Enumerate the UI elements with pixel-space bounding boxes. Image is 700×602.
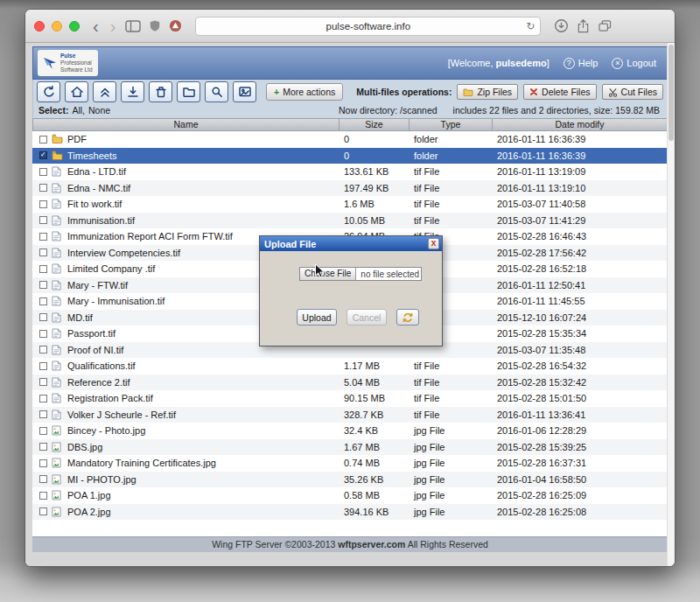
search-button[interactable] [205, 81, 228, 102]
row-checkbox[interactable] [39, 459, 47, 467]
delete-files-button[interactable]: Delete Files [523, 84, 596, 100]
table-row[interactable]: PDF 0 folder 2016-01-11 16:36:39 [32, 131, 668, 148]
row-checkbox[interactable] [39, 151, 47, 159]
scrollbar-thumb[interactable] [668, 45, 674, 141]
table-row[interactable]: Edna - LTD.tif 133.61 KB tif File 2016-0… [32, 164, 668, 180]
select-all-link[interactable]: All, [72, 105, 85, 116]
table-row[interactable]: Immunisation.tif 10.05 MB tif File 2015-… [32, 213, 668, 229]
window-minimize-button[interactable] [52, 21, 62, 32]
row-checkbox[interactable] [39, 330, 47, 338]
row-checkbox[interactable] [39, 216, 47, 224]
upload-options-button[interactable] [396, 309, 419, 326]
file-name[interactable]: Limited Company .tif [67, 263, 155, 274]
address-bar[interactable]: pulse-software.info ↻ [195, 17, 541, 36]
column-header-type[interactable]: Type [410, 119, 493, 130]
logout-link[interactable]: ×Logout [612, 58, 656, 69]
file-name[interactable]: Mandatory Training Certificates.jpg [67, 458, 216, 468]
row-checkbox[interactable] [39, 492, 47, 500]
window-close-button[interactable] [34, 21, 45, 32]
delete-button[interactable] [149, 81, 172, 102]
row-checkbox[interactable] [39, 281, 47, 289]
dialog-close-button[interactable]: x [428, 238, 439, 249]
more-actions-button[interactable]: +More actions [266, 83, 343, 101]
downloads-icon[interactable] [554, 18, 569, 33]
upload-submit-button[interactable]: Upload [297, 309, 337, 326]
file-name[interactable]: Proof of NI.tif [67, 345, 123, 355]
file-name[interactable]: Registration Pack.tif [67, 393, 153, 403]
table-row[interactable]: Volker J Scheurle - Ref.tif 328.7 KB tif… [32, 407, 668, 424]
row-checkbox[interactable] [39, 200, 47, 208]
table-row[interactable]: Bincey - Photo.jpg 32.4 KB jpg File 2016… [32, 423, 668, 439]
browser-back-icon[interactable]: ‹ [91, 18, 101, 34]
row-checkbox[interactable] [39, 395, 47, 402]
file-name[interactable]: Qualifications.tif [67, 360, 136, 371]
new-folder-button[interactable] [177, 81, 200, 102]
sidebar-toggle-icon[interactable] [125, 20, 141, 32]
tabs-overview-icon[interactable] [598, 19, 612, 32]
row-checkbox[interactable] [39, 362, 47, 370]
page-scrollbar[interactable] [667, 43, 675, 567]
cut-files-button[interactable]: Cut Files [602, 84, 663, 100]
file-name[interactable]: MD.tif [67, 312, 93, 323]
file-name[interactable]: Edna - NMC.tif [67, 183, 130, 193]
download-button[interactable] [121, 81, 144, 102]
row-checkbox[interactable] [39, 233, 47, 241]
table-row[interactable]: POA 2.jpg 394.16 KB jpg File 2015-02-28 … [32, 504, 668, 521]
preview-button[interactable] [233, 81, 256, 102]
table-row[interactable]: Edna - NMC.tif 197.49 KB tif File 2016-0… [32, 180, 668, 197]
table-row[interactable]: Mandatory Training Certificates.jpg 0.74… [32, 455, 668, 472]
row-checkbox[interactable] [39, 443, 47, 451]
home-button[interactable] [65, 81, 88, 102]
file-name[interactable]: Passport.tif [67, 328, 116, 339]
file-name[interactable]: Timesheets [67, 150, 116, 161]
row-checkbox[interactable] [39, 346, 47, 354]
window-zoom-button[interactable] [69, 21, 80, 32]
table-row[interactable]: DBS.jpg 1.67 MB jpg File 2015-02-28 15:3… [32, 439, 668, 456]
column-header-name[interactable]: Name [33, 119, 340, 130]
file-name[interactable]: Mary - Immunisation.tif [67, 296, 164, 306]
share-icon[interactable] [577, 18, 590, 33]
file-name[interactable]: POA 2.jpg [67, 507, 111, 517]
row-checkbox[interactable] [39, 427, 47, 435]
row-checkbox[interactable] [39, 136, 47, 144]
select-none-link[interactable]: None [88, 105, 110, 116]
refresh-button[interactable] [37, 81, 60, 102]
file-name[interactable]: Mary - FTW.tif [67, 280, 128, 290]
file-name[interactable]: Reference 2.tif [67, 377, 130, 388]
file-name[interactable]: Bincey - Photo.jpg [67, 425, 145, 436]
upload-dialog-titlebar[interactable]: Upload File x [260, 236, 442, 251]
row-checkbox[interactable] [39, 475, 47, 483]
row-checkbox[interactable] [39, 298, 47, 305]
file-name[interactable]: Fit to work.tif [67, 199, 122, 209]
adblock-extension-icon[interactable] [169, 19, 182, 32]
table-row[interactable]: Registration Pack.tif 90.15 MB tif File … [32, 390, 668, 407]
file-name[interactable]: Immunization Report ACI Form FTW.tif [67, 231, 233, 242]
row-checkbox[interactable] [39, 378, 47, 386]
column-header-date[interactable]: Date modify [493, 119, 667, 130]
row-checkbox[interactable] [39, 265, 47, 273]
table-row[interactable]: Fit to work.tif 1.6 MB tif File 2015-03-… [32, 196, 668, 213]
row-checkbox[interactable] [39, 410, 47, 418]
reload-icon[interactable]: ↻ [526, 20, 535, 32]
cancel-button[interactable]: Cancel [346, 309, 387, 326]
table-row[interactable]: MI - PHOTO.jpg 35.26 KB jpg File 2016-01… [32, 472, 668, 488]
file-name[interactable]: POA 1.jpg [67, 490, 111, 500]
zip-files-button[interactable]: Zip Files [457, 84, 518, 100]
choose-file-button[interactable]: Choose File [300, 268, 356, 280]
shield-extension-icon[interactable] [149, 19, 161, 32]
table-row[interactable]: POA 1.jpg 0.58 MB jpg File 2015-02-28 16… [32, 487, 668, 504]
upload-button[interactable] [93, 81, 116, 102]
column-header-size[interactable]: Size [340, 119, 410, 130]
file-name[interactable]: DBS.jpg [67, 442, 102, 452]
table-row[interactable]: Reference 2.tif 5.04 MB tif File 2015-02… [32, 374, 668, 391]
row-checkbox[interactable] [39, 248, 47, 256]
file-name[interactable]: PDF [67, 134, 87, 144]
file-name[interactable]: Immunisation.tif [67, 215, 135, 226]
file-name[interactable]: Volker J Scheurle - Ref.tif [67, 410, 176, 420]
table-row[interactable]: Timesheets 0 folder 2016-01-11 16:36:39 [32, 148, 668, 164]
row-checkbox[interactable] [39, 313, 47, 321]
table-row[interactable]: Qualifications.tif 1.17 MB tif File 2015… [32, 358, 668, 374]
row-checkbox[interactable] [39, 168, 47, 176]
file-name[interactable]: Interview Competencies.tif [67, 248, 180, 258]
row-checkbox[interactable] [39, 184, 47, 192]
